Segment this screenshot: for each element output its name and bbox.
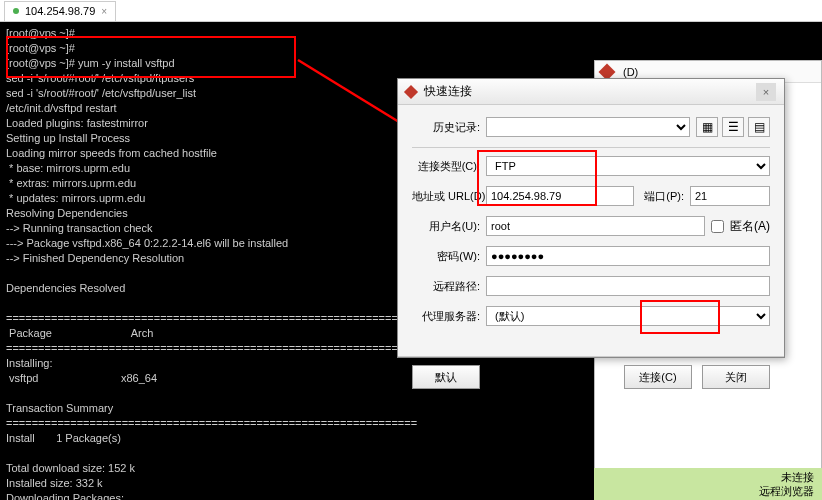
tab-bar: 104.254.98.79 ×: [0, 0, 822, 22]
separator: [412, 147, 770, 148]
terminal-text: [root@vps ~]# [root@vps ~]# [root@vps ~]…: [6, 27, 417, 500]
highlight-box-commands: [6, 36, 296, 78]
anon-label: 匿名(A): [730, 218, 770, 235]
highlight-box-connect: [640, 300, 720, 334]
type-label: 连接类型(C):: [412, 159, 480, 174]
port-input[interactable]: [690, 186, 770, 206]
anon-checkbox[interactable]: [711, 220, 724, 233]
status-bar: 未连接 远程浏览器: [594, 468, 822, 500]
remote-label: 远程路径:: [412, 279, 480, 294]
history-toolbar: ▦ ☰ ▤: [696, 117, 770, 137]
password-input[interactable]: [486, 246, 770, 266]
tab-active[interactable]: 104.254.98.79 ×: [4, 1, 116, 21]
history-label: 历史记录:: [412, 120, 480, 135]
default-button[interactable]: 默认: [412, 365, 480, 389]
tab-label: 104.254.98.79: [25, 5, 95, 17]
highlight-box-credentials: [477, 150, 597, 206]
history-btn-2[interactable]: ☰: [722, 117, 744, 137]
dialog-titlebar[interactable]: 快速连接 ×: [398, 79, 784, 105]
history-select[interactable]: [486, 117, 690, 137]
dialog-logo-icon: [404, 84, 418, 98]
dialog-footer: 默认 连接(C) 关闭: [398, 365, 784, 389]
close-button[interactable]: 关闭: [702, 365, 770, 389]
status-line1: 未连接: [602, 470, 814, 484]
history-btn-1[interactable]: ▦: [696, 117, 718, 137]
user-label: 用户名(U):: [412, 219, 480, 234]
remote-input[interactable]: [486, 276, 770, 296]
tab-close-icon[interactable]: ×: [101, 6, 107, 17]
proxy-select[interactable]: (默认): [486, 306, 770, 326]
quick-connect-dialog: 快速连接 × 历史记录: ▦ ☰ ▤ 连接类型(C): FTP 地址或 URL(…: [397, 78, 785, 358]
dialog-title: 快速连接: [424, 83, 748, 100]
connect-button[interactable]: 连接(C): [624, 365, 692, 389]
port-label: 端口(P):: [640, 189, 684, 204]
row-password: 密码(W):: [412, 246, 770, 266]
history-btn-3[interactable]: ▤: [748, 117, 770, 137]
address-label: 地址或 URL(D):: [412, 189, 480, 204]
sidebar-title: (D): [623, 66, 638, 78]
dialog-close-button[interactable]: ×: [756, 83, 776, 101]
status-dot-icon: [13, 8, 19, 14]
user-input[interactable]: [486, 216, 705, 236]
proxy-label: 代理服务器:: [412, 309, 480, 324]
separator-2: [398, 356, 784, 357]
dialog-body: 历史记录: ▦ ☰ ▤ 连接类型(C): FTP 地址或 URL(D): 端口(…: [398, 105, 784, 348]
row-history: 历史记录: ▦ ☰ ▤: [412, 117, 770, 137]
status-line2: 远程浏览器: [602, 484, 814, 498]
password-label: 密码(W):: [412, 249, 480, 264]
row-user: 用户名(U): 匿名(A): [412, 216, 770, 236]
row-remote: 远程路径:: [412, 276, 770, 296]
